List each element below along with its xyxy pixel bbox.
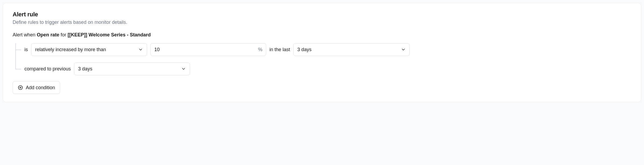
condition-row-primary: is relatively increased by more than % i… xyxy=(24,43,631,56)
last-window-select[interactable]: 3 days xyxy=(293,43,410,56)
alert-rule-card: Alert rule Define rules to trigger alert… xyxy=(3,3,641,102)
alert-sentence: Alert when Open rate for [[KEEP]] Welcom… xyxy=(13,32,631,38)
previous-window-select[interactable]: 3 days xyxy=(74,62,190,75)
condition-row-compare: compared to previous 3 days xyxy=(24,62,631,75)
chevron-down-icon xyxy=(138,47,143,52)
sentence-metric: Open rate xyxy=(37,32,59,38)
comparison-select-value: relatively increased by more than xyxy=(35,47,106,52)
add-condition-button[interactable]: Add condition xyxy=(13,81,60,94)
comparison-select[interactable]: relatively increased by more than xyxy=(31,43,147,56)
sentence-target: [[KEEP]] Welcome Series - Standard xyxy=(68,32,151,38)
in-the-last-label: in the last xyxy=(269,47,290,52)
sentence-prefix: Alert when xyxy=(13,32,37,38)
card-title: Alert rule xyxy=(13,11,631,18)
compared-to-label: compared to previous xyxy=(24,66,71,72)
sentence-mid: for xyxy=(59,32,68,38)
condition-group: is relatively increased by more than % i… xyxy=(13,43,631,75)
plus-circle-icon xyxy=(18,85,23,90)
threshold-input[interactable] xyxy=(150,43,266,56)
previous-window-select-value: 3 days xyxy=(78,66,92,72)
add-condition-label: Add condition xyxy=(26,85,55,91)
chevron-down-icon xyxy=(401,47,406,52)
chevron-down-icon xyxy=(181,66,186,71)
threshold-input-wrap: % xyxy=(150,43,266,56)
last-window-select-value: 3 days xyxy=(297,47,312,52)
is-label: is xyxy=(24,47,28,52)
card-subtitle: Define rules to trigger alerts based on … xyxy=(13,20,631,25)
